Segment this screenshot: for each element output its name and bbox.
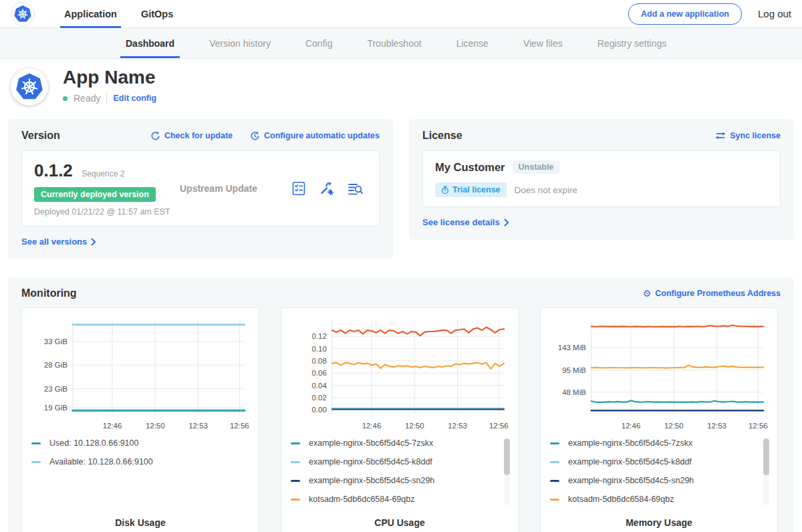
svg-text:12:50: 12:50: [146, 422, 165, 430]
legend-line-swatch: [291, 442, 300, 444]
add-application-button[interactable]: Add a new application: [628, 3, 742, 25]
legend-item: example-nginx-5bc6f5d4c5-7zskx: [550, 438, 757, 448]
chevron-right-icon: [504, 219, 509, 227]
configure-prometheus-link[interactable]: ⚙ Configure Prometheus Address: [643, 289, 781, 298]
legend-item: example-nginx-5bc6f5d4c5-k8ddf: [550, 457, 757, 467]
svg-text:0.10: 0.10: [312, 345, 327, 353]
app-kubernetes-logo-icon: [11, 68, 48, 106]
tab-view-files[interactable]: View files: [506, 28, 580, 58]
tab-license[interactable]: License: [439, 28, 506, 58]
legend-label: example-nginx-5bc6f5d4c5-7zskx: [568, 438, 692, 448]
legend-scrollbar[interactable]: [504, 438, 510, 505]
svg-text:19 GiB: 19 GiB: [44, 404, 68, 412]
svg-text:0.02: 0.02: [312, 394, 327, 402]
cpu-usage-chart: 12:4612:5012:5312:560.120.100.080.060.04…: [291, 315, 509, 433]
legend-line-swatch: [291, 480, 300, 482]
legend-label: example-nginx-5bc6f5d4c5-k8ddf: [309, 457, 432, 467]
legend-line-swatch: [550, 461, 559, 463]
memory-usage-legend: example-nginx-5bc6f5d4c5-7zskxexample-ng…: [550, 438, 757, 504]
license-card-title: License: [422, 130, 462, 142]
legend-item: kotsadm-5db6dc6584-69qbz: [291, 495, 498, 504]
svg-text:48 MiB: 48 MiB: [562, 388, 586, 396]
memory-usage-panel: 12:4612:5012:5312:56143 MiB95 MiB48 MiB …: [540, 307, 778, 532]
top-nav-actions: Add a new application Log out: [628, 3, 791, 25]
legend-item: Available: 10.128.0.66:9100: [31, 457, 239, 467]
svg-text:143 MiB: 143 MiB: [558, 344, 586, 352]
view-logs-icon[interactable]: [347, 180, 364, 196]
svg-text:23 GiB: 23 GiB: [44, 385, 68, 393]
legend-line-swatch: [550, 499, 559, 501]
preflight-checks-icon[interactable]: [291, 180, 307, 196]
legend-item: example-nginx-5bc6f5d4c5-sn29h: [291, 476, 498, 485]
current-version-panel: 0.1.2 Sequence 2 Currently deployed vers…: [21, 150, 380, 227]
svg-text:12:53: 12:53: [707, 422, 726, 430]
app-name-title: App Name: [63, 67, 156, 88]
configure-wrench-icon[interactable]: [319, 180, 335, 196]
svg-text:12:53: 12:53: [188, 422, 208, 430]
tab-config[interactable]: Config: [288, 28, 350, 58]
svg-text:12:50: 12:50: [664, 422, 684, 430]
sync-license-link[interactable]: Sync license: [715, 131, 781, 140]
svg-text:33 GiB: 33 GiB: [44, 338, 68, 346]
legend-line-swatch: [291, 499, 300, 501]
sync-icon: [715, 131, 726, 140]
cpu-usage-panel: 12:4612:5012:5312:560.120.100.080.060.04…: [281, 307, 519, 532]
legend-item: kotsadm-5db6dc6584-69qbz: [550, 495, 757, 504]
svg-text:0.12: 0.12: [312, 332, 327, 340]
status-dot-icon: [63, 96, 68, 101]
tab-registry-settings[interactable]: Registry settings: [580, 28, 684, 58]
svg-text:0.08: 0.08: [312, 357, 327, 365]
legend-label: kotsadm-5db6dc6584-69qbz: [309, 495, 414, 504]
top-nav: Application GitOps Add a new application…: [0, 0, 802, 28]
customer-name: My Customer: [435, 161, 505, 174]
svg-text:12:46: 12:46: [103, 422, 122, 430]
svg-text:12:56: 12:56: [489, 422, 509, 430]
disk-usage-chart-title: Disk Usage: [31, 517, 249, 528]
disk-usage-chart: 12:4612:5012:5312:5633 GiB28 GiB23 GiB19…: [31, 315, 249, 433]
legend-label: example-nginx-5bc6f5d4c5-sn29h: [568, 476, 694, 485]
tab-version-history[interactable]: Version history: [192, 28, 288, 58]
check-for-update-link[interactable]: Check for update: [150, 131, 233, 141]
app-header: App Name Ready Edit config: [0, 59, 802, 114]
legend-scrollbar-thumb[interactable]: [763, 438, 769, 475]
license-panel: My Customer Unstable Trial license Does …: [422, 150, 781, 207]
svg-text:0.04: 0.04: [312, 382, 327, 390]
legend-line-swatch: [291, 461, 300, 463]
legend-line-swatch: [31, 461, 41, 463]
disk-usage-panel: 12:4612:5012:5312:5633 GiB28 GiB23 GiB19…: [21, 307, 259, 532]
tab-gitops[interactable]: GitOps: [129, 0, 185, 28]
legend-label: example-nginx-5bc6f5d4c5-k8ddf: [568, 457, 692, 467]
monitoring-section: Monitoring ⚙ Configure Prometheus Addres…: [8, 277, 794, 532]
legend-scrollbar-thumb[interactable]: [504, 438, 510, 475]
edit-config-link[interactable]: Edit config: [113, 94, 156, 103]
svg-text:28 GiB: 28 GiB: [44, 361, 68, 369]
app-sub-nav: Dashboard Version history Config Trouble…: [0, 28, 802, 59]
legend-item: example-nginx-5bc6f5d4c5-k8ddf: [291, 457, 498, 467]
license-card: License Sync license My Customer Un: [409, 119, 794, 240]
tab-troubleshoot[interactable]: Troubleshoot: [350, 28, 438, 58]
legend-label: Available: 10.128.0.66:9100: [49, 457, 153, 467]
legend-scrollbar[interactable]: [763, 438, 769, 505]
legend-line-swatch: [31, 442, 41, 444]
legend-label: example-nginx-5bc6f5d4c5-7zskx: [309, 438, 433, 448]
svg-text:12:46: 12:46: [362, 422, 382, 430]
legend-line-swatch: [550, 442, 559, 444]
svg-text:12:53: 12:53: [448, 422, 467, 430]
top-nav-tabs: Application GitOps: [52, 0, 185, 28]
legend-item: example-nginx-5bc6f5d4c5-sn29h: [550, 476, 757, 485]
tab-dashboard[interactable]: Dashboard: [108, 28, 192, 58]
svg-text:12:56: 12:56: [230, 422, 249, 430]
version-card: Version Check for update Configure au: [8, 119, 393, 259]
configure-automatic-updates-link[interactable]: Configure automatic updates: [250, 131, 380, 141]
chart-svg: 12:4612:5012:5312:5633 GiB28 GiB23 GiB19…: [31, 315, 249, 433]
refresh-icon: [150, 131, 160, 141]
cpu-usage-chart-title: CPU Usage: [291, 517, 509, 528]
timer-icon: [441, 186, 449, 194]
memory-usage-chart-title: Memory Usage: [550, 517, 768, 528]
deployed-badge: Currently deployed version: [34, 187, 156, 202]
see-all-versions-link[interactable]: See all versions: [21, 237, 96, 247]
see-license-details-link[interactable]: See license details: [422, 217, 509, 227]
tab-application[interactable]: Application: [52, 0, 129, 28]
logout-link[interactable]: Log out: [758, 8, 791, 19]
memory-usage-chart: 12:4612:5012:5312:56143 MiB95 MiB48 MiB: [550, 315, 768, 433]
